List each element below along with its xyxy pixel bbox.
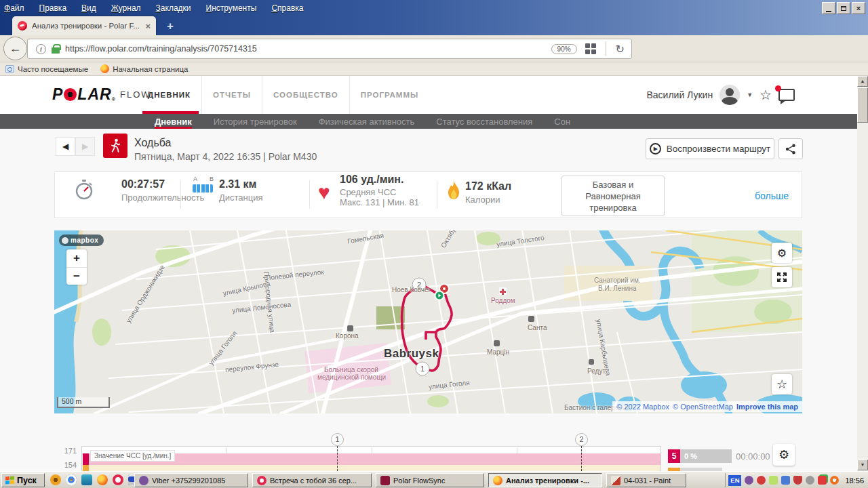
logo-letter: P <box>52 85 63 104</box>
menu-edit[interactable]: Правка <box>39 3 67 13</box>
reload-icon[interactable]: ↻ <box>612 43 631 56</box>
page-info-icon[interactable]: i <box>36 44 46 54</box>
tab-close-icon[interactable]: × <box>145 21 151 31</box>
chrome-icon[interactable] <box>66 474 77 485</box>
task-viber[interactable]: Viber +375299201085 <box>134 473 248 487</box>
share-button[interactable] <box>778 138 803 159</box>
summary-card: 00:27:57 Продолжительность A B 2.31 км Д… <box>54 171 802 218</box>
activity-subtitle: Пятница, Март 4, 2022 16:35 | Polar M430 <box>134 151 317 162</box>
more-link[interactable]: больше <box>755 190 789 201</box>
user-block[interactable]: Василий Лукин ▼ ☆ <box>646 76 795 114</box>
scroll-down-icon[interactable]: ▼ <box>857 460 868 470</box>
avatar[interactable] <box>719 85 740 105</box>
osm-attrib[interactable]: © OpenStreetMap <box>673 403 733 411</box>
menu-help[interactable]: Справка <box>271 3 303 13</box>
start-button[interactable]: Пуск <box>1 473 45 487</box>
subnav-diary[interactable]: Дневник <box>155 114 192 129</box>
lap-marker-2[interactable]: 2 <box>575 433 588 446</box>
improve-map-link[interactable]: Improve this map <box>736 403 798 411</box>
nav-diary[interactable]: ДНЕВНИК <box>148 76 201 114</box>
chevron-down-icon[interactable]: ▼ <box>747 92 753 98</box>
favorites-star-icon[interactable]: ☆ <box>760 87 772 103</box>
map-scale: 500 m <box>57 397 110 408</box>
tray-icon[interactable] <box>757 476 766 485</box>
poi-label: Марцін <box>487 348 509 356</box>
zone5-label: 5 <box>668 449 680 463</box>
app-icon[interactable] <box>81 474 92 485</box>
zone4-bar <box>83 465 89 471</box>
scroll-thumb[interactable] <box>857 87 868 123</box>
minimize-button[interactable] <box>822 2 835 14</box>
page-content: P LAR ® FLOW ДНЕВНИК ОТЧЕТЫ СООБЩЕСТВО П… <box>0 76 857 471</box>
mapbox-attrib[interactable]: © 2022 Mapbox <box>616 403 669 411</box>
calories-value: 172 кКал <box>465 180 511 192</box>
opera-icon <box>257 476 267 485</box>
url-text[interactable]: https://flow.polar.com/training/analysis… <box>65 44 546 54</box>
tray-icon[interactable] <box>769 476 778 485</box>
close-button[interactable]: × <box>852 2 865 14</box>
polar-logo[interactable]: P LAR ® <box>52 85 116 104</box>
viber-tray-icon[interactable] <box>745 476 753 485</box>
menu-view[interactable]: Вид <box>81 3 96 13</box>
hr-label: Средняя ЧСС <box>340 187 396 197</box>
tray-icon[interactable] <box>806 476 814 485</box>
subnav-history[interactable]: История тренировок <box>214 114 297 129</box>
language-indicator[interactable]: EN <box>728 475 741 486</box>
lap-marker-1[interactable]: 1 <box>331 433 344 446</box>
scroll-up-icon[interactable]: ▲ <box>857 76 868 87</box>
next-session-button[interactable]: ▶ <box>75 137 95 156</box>
map-settings-button[interactable]: ⚙ <box>772 243 792 263</box>
firefox-icon <box>493 476 502 485</box>
url-bar[interactable]: i https://flow.polar.com/training/analys… <box>27 39 632 59</box>
task-firefox-active[interactable]: Анализ тренировки -... <box>488 473 602 487</box>
tiles-icon[interactable] <box>585 43 596 54</box>
task-flowsync[interactable]: Polar FlowSync <box>376 473 484 487</box>
app-icon[interactable] <box>50 474 61 485</box>
notifications-icon[interactable] <box>778 89 795 101</box>
task-opera[interactable]: Встреча с тобой 36 сер... <box>252 473 372 487</box>
subnav-sleep[interactable]: Сон <box>554 114 570 129</box>
prev-session-button[interactable]: ◀ <box>56 137 75 156</box>
paint-icon <box>611 476 620 485</box>
menu-bookmarks[interactable]: Закладки <box>156 3 191 13</box>
bookmark-home[interactable]: Начальная страница <box>100 64 188 73</box>
ssl-lock-icon[interactable] <box>52 44 60 54</box>
new-tab-button[interactable]: + <box>161 19 179 34</box>
subnav-recovery[interactable]: Статус восстановления <box>436 114 532 129</box>
bookmark-frequent[interactable]: Часто посещаемые <box>5 65 88 73</box>
subnav-activity[interactable]: Физическая активность <box>319 114 415 129</box>
mapbox-logo[interactable]: mapbox <box>59 235 104 246</box>
opera-icon[interactable] <box>113 474 123 485</box>
zoom-in-button[interactable]: + <box>66 249 87 268</box>
restore-button[interactable] <box>837 2 850 14</box>
nav-programs[interactable]: ПРОГРАММЫ <box>349 76 430 114</box>
play-route-button[interactable]: ▶ Воспроизвести маршрут <box>646 138 774 159</box>
marker-2-line <box>581 446 582 471</box>
system-tray: EN 18:56 <box>725 473 867 487</box>
tray-icon[interactable] <box>781 476 790 485</box>
registered-mark: ® <box>112 97 116 102</box>
task-label: Анализ тренировки -... <box>506 476 589 485</box>
menu-file[interactable]: Файл <box>4 3 24 13</box>
scrollbar[interactable]: ▲ ▼ <box>857 76 868 471</box>
task-paint[interactable]: 04-031 - Paint <box>606 473 686 487</box>
zoom-out-button[interactable]: − <box>66 268 87 285</box>
back-button[interactable]: ← <box>3 37 27 60</box>
nav-community[interactable]: СООБЩЕСТВО <box>262 76 349 114</box>
chart-settings-button[interactable]: ⚙ <box>773 444 795 466</box>
route-map[interactable]: 2 1 улица Орджоникидзе Гомельская улица … <box>54 230 802 413</box>
menu-history[interactable]: Журнал <box>111 3 141 13</box>
map-favorite-button[interactable]: ☆ <box>772 374 792 394</box>
browser-tab[interactable]: Анализ тренировки - Polar F... × <box>12 16 156 35</box>
tray-icon[interactable] <box>818 476 827 485</box>
user-name: Василий Лукин <box>646 89 713 100</box>
shield-tray-icon[interactable] <box>793 476 802 485</box>
nav-reports[interactable]: ОТЧЕТЫ <box>201 76 262 114</box>
firefox-icon[interactable] <box>97 474 108 485</box>
menu-tools[interactable]: Инструменты <box>206 3 257 13</box>
map-fullscreen-button[interactable] <box>772 267 792 287</box>
hr-value: 106 уд./мин. <box>340 174 403 186</box>
tray-icon[interactable] <box>830 476 839 485</box>
zoom-level-badge[interactable]: 90% <box>551 44 577 54</box>
divider <box>437 180 437 209</box>
